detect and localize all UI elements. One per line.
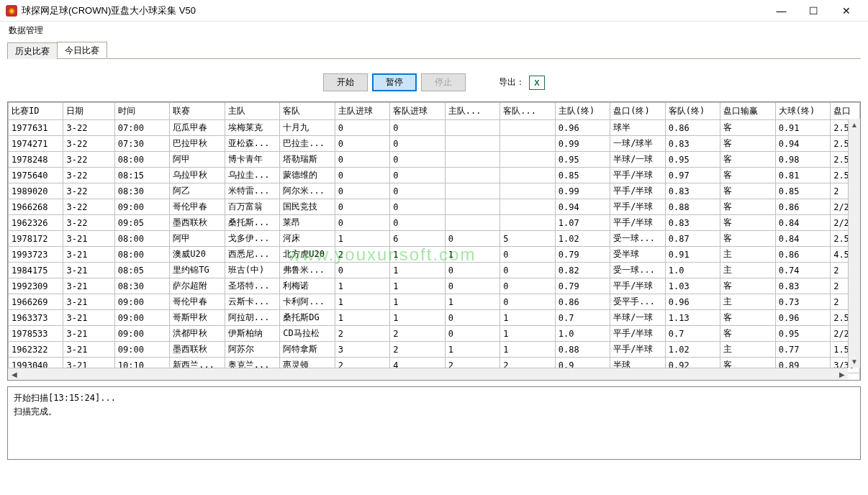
table-cell: 1992309 (9, 278, 63, 294)
table-row[interactable]: 19662683-2209:00哥伦甲春百万富翁国民竞技000.94平手/半球0… (9, 199, 860, 215)
table-row[interactable]: 19742713-2207:30巴拉甲秋亚松森...巴拉圭...000.99一球… (9, 136, 860, 152)
table-row[interactable]: 19785333-2109:00洪都甲秋伊斯柏纳CD马拉松22011.0平手/半… (9, 326, 860, 342)
column-header[interactable]: 主队... (445, 103, 499, 120)
column-header[interactable]: 联赛 (170, 103, 225, 120)
table-cell: 08:05 (114, 263, 169, 278)
table-cell: 阿尔米... (280, 183, 335, 199)
horizontal-scrollbar[interactable]: ◀ ▶ (8, 368, 848, 380)
table-cell (500, 215, 555, 231)
table-cell: 0.85 (555, 168, 610, 183)
table-cell: 0 (335, 168, 389, 183)
table-cell: 3-21 (63, 278, 114, 294)
column-header[interactable]: 主队进球 (335, 103, 389, 120)
scroll-left-arrow[interactable]: ◀ (8, 368, 20, 381)
table-cell: 1 (335, 231, 389, 247)
table-row[interactable]: 19662693-2109:00哥伦甲春云斯卡...卡利阿...11100.86… (9, 294, 860, 310)
table-cell: 客 (720, 278, 775, 294)
column-header[interactable]: 主队 (225, 103, 279, 120)
table-cell: 阿特拿斯 (280, 342, 335, 358)
table-cell: 0.82 (555, 263, 610, 278)
table-cell: 0.95 (665, 152, 720, 168)
table-cell: 1974271 (9, 136, 63, 152)
table-cell: 0.99 (555, 183, 610, 199)
table-cell: 1 (445, 247, 499, 263)
export-label: 导出： (499, 76, 525, 88)
table-cell: 客 (720, 152, 775, 168)
table-row[interactable]: 19890203-2208:30阿乙米特雷...阿尔米...000.99平手/半… (9, 183, 860, 199)
column-header[interactable]: 盘口输赢 (720, 103, 775, 120)
table-cell: 1 (390, 263, 445, 278)
maximize-button[interactable]: ☐ (797, 1, 830, 21)
table-row[interactable]: 19776313-2207:00厄瓜甲春埃梅莱克十月九000.96球半0.86客… (9, 120, 860, 136)
column-header[interactable]: 主队(终) (555, 103, 610, 120)
table-cell: 0.87 (665, 231, 720, 247)
column-header[interactable]: 大球(终) (775, 103, 830, 120)
table-cell: 3-22 (63, 199, 114, 215)
stop-button[interactable]: 停止 (421, 73, 466, 91)
table-cell: 0.7 (555, 310, 610, 326)
start-button[interactable]: 开始 (323, 73, 368, 91)
pause-button[interactable]: 暂停 (372, 73, 417, 91)
table-cell: 利梅诺 (280, 278, 335, 294)
table-cell: 2 (335, 326, 389, 342)
column-header[interactable]: 盘口(终) (610, 103, 665, 120)
table-row[interactable]: 19937233-2108:00澳威U20西悉尼...北方虎U2021100.7… (9, 247, 860, 263)
column-header[interactable]: 盘口 (831, 103, 860, 120)
minimize-button[interactable]: — (765, 1, 797, 21)
table-cell: 0.88 (665, 199, 720, 215)
table-cell: 云斯卡... (225, 294, 279, 310)
data-grid[interactable]: 比赛ID日期时间联赛主队客队主队进球客队进球主队...客队...主队(终)盘口(… (8, 102, 860, 381)
table-row[interactable]: 19841753-2108:05里约锦TG班古(中)弗鲁米...01000.82… (9, 263, 860, 278)
log-panel[interactable]: 开始扫描[13:15:24]... 扫描完成。 (7, 386, 861, 460)
table-cell: 08:30 (114, 278, 169, 294)
table-row[interactable]: 19781723-2108:00阿甲戈多伊...河床16051.02受一球...… (9, 231, 860, 247)
export-excel-icon[interactable]: X (529, 76, 545, 90)
table-cell: 1.0 (555, 326, 610, 342)
column-header[interactable]: 客队... (500, 103, 555, 120)
column-header[interactable]: 时间 (114, 103, 169, 120)
table-cell: 客 (720, 199, 775, 215)
column-header[interactable]: 比赛ID (9, 103, 63, 120)
table-cell: 1 (500, 326, 555, 342)
table-cell: 0.86 (555, 294, 610, 310)
table-cell: 1 (445, 342, 499, 358)
scroll-down-arrow[interactable]: ▼ (849, 355, 861, 368)
column-header[interactable]: 客队进球 (390, 103, 445, 120)
table-cell: 1.13 (665, 310, 720, 326)
table-cell: 3-22 (63, 152, 114, 168)
table-cell: 埃梅莱克 (225, 120, 279, 136)
table-cell: 客 (720, 168, 775, 183)
table-cell: 主 (720, 247, 775, 263)
table-cell: 08:00 (114, 247, 169, 263)
table-row[interactable]: 19782483-2208:00阿甲博卡青年塔勒瑞斯000.95半球/一球0.9… (9, 152, 860, 168)
table-row[interactable]: 19623263-2209:05墨西联秋桑托斯...莱昂001.07平手/半球0… (9, 215, 860, 231)
window-title: 球探网足球(CROWN)亚盘大小球采集 V50 (22, 4, 765, 17)
table-cell: 0 (390, 199, 445, 215)
table-cell: 澳威U20 (170, 247, 225, 263)
table-cell: 0.84 (775, 231, 830, 247)
scroll-up-arrow[interactable]: ▲ (849, 119, 861, 131)
column-header[interactable]: 客队 (280, 103, 335, 120)
table-cell: 平手/半球 (610, 342, 665, 358)
table-cell: 0.96 (665, 294, 720, 310)
table-row[interactable]: 19623223-2109:00墨西联秋阿苏尔阿特拿斯32110.88平手/半球… (9, 342, 860, 358)
table-cell: 2 (390, 342, 445, 358)
toolbar: 开始 暂停 停止 导出： X (7, 59, 861, 101)
table-cell: 戈多伊... (225, 231, 279, 247)
table-cell: 半球/一球 (610, 152, 665, 168)
table-cell: 0 (445, 231, 499, 247)
tab-history[interactable]: 历史比赛 (7, 42, 58, 59)
table-row[interactable]: 19923093-2108:30萨尔超附圣塔特...利梅诺11000.79平手/… (9, 278, 860, 294)
tab-today[interactable]: 今日比赛 (57, 42, 107, 58)
scroll-right-arrow[interactable]: ▶ (836, 368, 848, 381)
table-cell: 09:05 (114, 215, 169, 231)
close-button[interactable]: ✕ (830, 1, 862, 21)
table-cell: 1 (390, 294, 445, 310)
vertical-scrollbar[interactable]: ▲ ▼ (848, 119, 860, 368)
table-row[interactable]: 19633733-2109:00哥斯甲秋阿拉胡...桑托斯DG11010.7半球… (9, 310, 860, 326)
table-row[interactable]: 19756403-2208:15乌拉甲秋乌拉圭...蒙德维的000.85平手/半… (9, 168, 860, 183)
column-header[interactable]: 日期 (63, 103, 114, 120)
column-header[interactable]: 客队(终) (665, 103, 720, 120)
menu-data-management[interactable]: 数据管理 (6, 23, 46, 38)
table-cell: 河床 (280, 231, 335, 247)
